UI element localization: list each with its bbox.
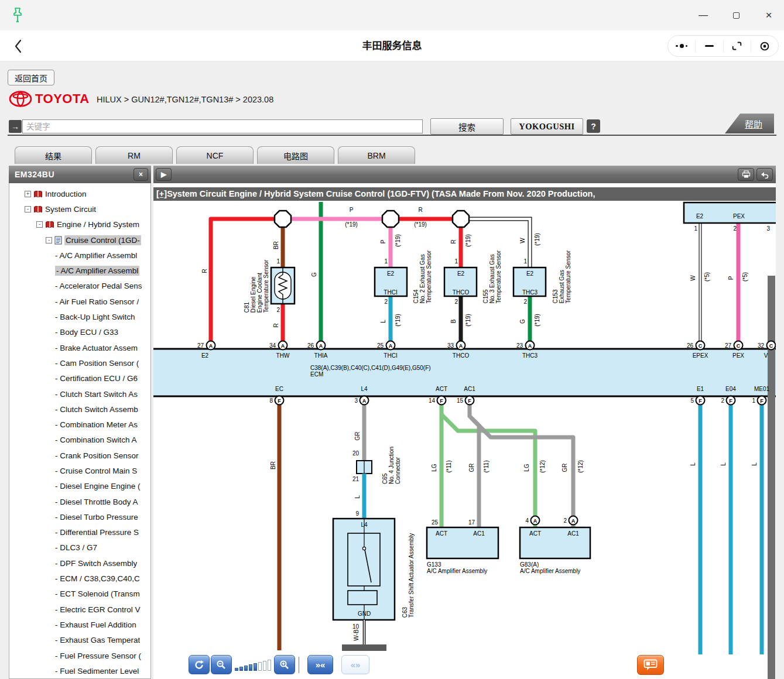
minimize-button[interactable]: — [694,6,712,24]
capsule-minimize-icon[interactable] [696,40,723,53]
tree-item[interactable]: - Body ECU / G33 [9,325,150,340]
maximize-icon [733,12,740,19]
diagram-label: W [519,238,526,243]
collapse-icon[interactable]: - [46,237,52,244]
zoom-level-indicator[interactable] [235,659,271,671]
yokogushi-button[interactable]: YOKOGUSHI [511,118,583,135]
pin-number: 9 [355,510,359,517]
tab[interactable]: NCF [176,146,254,164]
zoom-in-button[interactable] [274,655,295,674]
tree-item-label: System Circuit [45,205,96,214]
tree-item-label: - Certification ECU / G6 [55,374,138,383]
pin-number: 2 [384,299,388,305]
terminal-circle: C [766,341,776,351]
tab[interactable]: 结果 [15,146,92,164]
page-title: 丰田服务信息 [0,30,784,61]
expand-icon[interactable]: + [25,191,31,197]
tree-item[interactable]: - Fuel Pressure Sensor ( [9,648,150,663]
more-options-icon[interactable] [668,40,696,53]
question-help-icon[interactable]: ? [587,119,600,133]
tree-item[interactable]: - ECT Solenoid (Transm [9,587,150,602]
tree-item[interactable]: - Diesel Engine Engine ( [9,479,150,494]
undo-button[interactable] [756,168,773,181]
zoom-out-button[interactable] [211,655,232,674]
tree-item[interactable]: - Certification ECU / G6 [9,371,150,386]
terminal-number: 33 [447,342,454,349]
tree-item[interactable]: - Exhaust Gas Temperat [9,633,150,648]
tree-item[interactable]: - Electric EGR Control V [9,602,150,617]
collapse-view-button[interactable]: »« [307,655,333,674]
tree-item[interactable]: - Exhaust Fuel Addition [9,617,150,632]
expand-panel-button[interactable]: ▶ [156,168,172,181]
maximize-button[interactable] [727,6,745,24]
pin-number: 1 [384,258,388,265]
diagram-label: (*5) [742,272,748,282]
tree-item[interactable]: - Crank Position Sensor [9,448,150,463]
document-icon [54,236,62,245]
printer-icon [742,170,751,179]
diagram-label: (*19) [345,221,358,228]
tree-item-label: - Exhaust Fuel Addition [55,620,136,629]
diagram-label: L [751,462,758,466]
tree-item[interactable]: -System Circuit [9,201,150,217]
diagram-label: L [690,462,696,466]
tree-item[interactable]: - Back-Up Light Switch [9,309,150,324]
diagram-label: (*5) [704,272,710,282]
feedback-button[interactable] [637,655,664,675]
print-button[interactable] [738,168,754,181]
tree-item[interactable]: - Combination Meter As [9,417,150,432]
tree-item-label: - Crank Position Sensor [55,451,139,460]
diagram-label: BR [273,241,279,249]
restore-window-icon[interactable] [724,40,751,53]
tree-item[interactable]: - Clutch Start Switch As [9,386,150,402]
close-circle-icon[interactable] [751,40,778,53]
tree-item-label: - Diesel Turbo Pressure [55,513,138,522]
tree-item[interactable]: -Cruise Control (1GD- [9,232,150,248]
tree-item[interactable]: - Cruise Control Main S [9,463,150,478]
terminal-number: 3 [354,397,358,404]
diagram-label: GR [354,432,361,441]
diagram-label: THCI [384,289,397,296]
ecm-connector-codes: C38(A),C39(B),C40(C),C41(D),G49(E),G50(F… [310,365,431,378]
tree-item-label: - Fuel Pressure Sensor ( [55,651,141,660]
tree-item[interactable]: - Cam Position Sensor ( [9,355,150,371]
tree-item-label: - Differential Pressure S [55,528,139,537]
expand-title-control[interactable]: [+] [156,189,167,198]
search-input[interactable] [22,119,423,133]
pushpin-icon[interactable] [11,7,25,23]
tree-item[interactable]: - A/C Amplifier Assembl [9,248,150,263]
diagram-canvas[interactable]: »« «» RBR12RGP(*19)1P(*19)2L(*19)R(*19)1… [153,201,776,679]
brand-row: TOYOTA HILUX > GUN12#,TGN12#,TGN13# > 20… [0,88,784,110]
tab[interactable]: BRM [338,146,415,164]
close-button[interactable]: × [760,6,778,24]
tree-item[interactable]: - ECM / C38,C39,C40,C [9,571,150,586]
tree-item[interactable]: - Air Fuel Ratio Sensor / [9,294,150,309]
c155-label: C155 No. 3 Exhaust Gas Temperature Senso… [482,251,502,304]
tab[interactable]: RM [95,146,173,164]
sidebar-close-button[interactable]: × [133,168,148,181]
tree-item[interactable]: -Engine / Hybrid System [9,217,150,232]
tree-item[interactable]: - Diesel Turbo Pressure [9,509,150,524]
expand-view-button[interactable]: «» [341,655,369,674]
tree-item[interactable]: - Fuel Sedimenter Level [9,663,150,678]
tree-item[interactable]: - DPF Switch Assembly [9,555,150,571]
tree-item[interactable]: - Brake Actuator Assem [9,340,150,355]
tree-item[interactable]: +Introduction [9,186,150,201]
tree-item[interactable]: - Differential Pressure S [9,525,150,540]
tree-item[interactable]: - DLC3 / G7 [9,540,150,555]
tree-item[interactable]: - Clutch Switch Assemb [9,402,150,417]
tree-item[interactable]: - Diesel Throttle Body A [9,494,150,509]
terminal-number: 2 [721,397,724,404]
search-button[interactable]: 搜索 [430,118,504,135]
collapse-icon[interactable]: - [36,221,43,228]
refresh-button[interactable] [189,655,210,674]
tree-item[interactable]: - A/C Amplifier Assembl [9,263,150,278]
terminal-circle: C [696,341,706,351]
collapse-icon[interactable]: - [25,206,31,212]
tree-item[interactable]: - Combination Switch A [9,433,150,448]
tree-item[interactable]: - Accelerator Pedal Sens [9,279,150,294]
tab[interactable]: 电路图 [257,146,334,164]
diagram-label: AC1 [567,530,578,537]
tree-item-label: - Back-Up Light Switch [55,313,135,321]
home-button[interactable]: 返回首页 [8,70,54,85]
